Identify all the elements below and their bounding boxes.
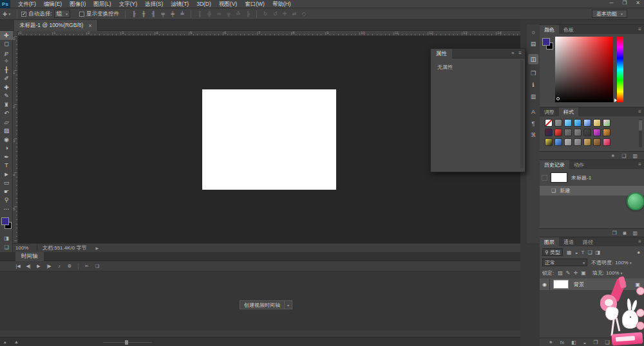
layer-visibility-eye-icon[interactable]: ◉ [540, 278, 550, 290]
style-swatch[interactable] [583, 138, 591, 146]
menu-item[interactable]: 视图(V) [215, 0, 241, 8]
panel-tab[interactable]: 图层 [540, 237, 559, 246]
scrollbar-thumb[interactable] [639, 120, 642, 131]
character-panel-icon[interactable]: A [528, 107, 538, 117]
menu-item[interactable]: 文字(Y) [115, 0, 141, 8]
ruler-origin-corner[interactable] [13, 31, 18, 36]
zoom-out-frames-icon[interactable]: ▴ [4, 340, 6, 345]
panel-tab[interactable]: 颜色 [540, 25, 559, 34]
3d-mode-icon[interactable]: ↻ [262, 11, 269, 17]
link-style-icon[interactable]: ⚭ [611, 153, 616, 159]
chevron-down-icon[interactable]: ▾ [620, 271, 622, 275]
new-snapshot-icon[interactable]: ◙ [623, 230, 627, 236]
delete-state-icon[interactable]: ▥ [632, 230, 638, 236]
quick-selection-tool[interactable]: ✧ [0, 57, 13, 66]
foreground-color-swatch[interactable] [542, 38, 550, 46]
distribute-icon[interactable]: ╦ [225, 11, 232, 17]
blend-mode-dropdown[interactable]: 正常 ▾ [542, 259, 587, 266]
style-swatch[interactable] [574, 119, 582, 127]
gradient-tool[interactable]: ▨ [0, 127, 13, 136]
style-swatch[interactable] [545, 119, 553, 127]
style-swatch[interactable] [593, 119, 601, 127]
layer-filter-icon[interactable]: ▦ [567, 250, 572, 255]
glyphs-panel-icon[interactable]: ℜ [528, 130, 538, 140]
vertical-ruler[interactable]: 012345 [13, 36, 18, 243]
timeline-transport-icon[interactable]: ♪ [54, 264, 64, 268]
hand-tool[interactable]: ☛ [0, 187, 13, 196]
chevron-down-icon[interactable]: ▾ [285, 300, 292, 309]
distribute-icon[interactable]: ╠ [245, 11, 251, 17]
horizontal-ruler[interactable]: 01234567891011121314 [18, 31, 520, 36]
properties-panel-icon[interactable]: ◫ [528, 54, 538, 64]
delete-style-icon[interactable]: ▥ [632, 153, 638, 159]
close-button[interactable]: ✕ [636, 0, 640, 6]
style-swatch[interactable] [564, 119, 572, 127]
align-icon[interactable]: ╧ [179, 11, 185, 17]
timeline-tool-icon[interactable]: ❏ [92, 264, 102, 269]
style-swatch[interactable] [554, 138, 562, 146]
style-swatch[interactable] [564, 138, 572, 146]
history-brush-tool[interactable]: ↶ [0, 109, 13, 118]
layer-mask-icon[interactable]: ◧ [571, 340, 576, 345]
quick-mask-button[interactable]: ◨ [0, 234, 13, 242]
path-selection-tool[interactable]: ► [0, 170, 13, 179]
adjustment-layer-icon[interactable]: ◒ [583, 340, 587, 345]
menu-item[interactable]: 帮助(H) [269, 0, 295, 8]
panel-menu-icon[interactable]: ≡ [638, 161, 641, 167]
timeline-zoom-slider[interactable] [103, 342, 152, 343]
rectangle-tool[interactable]: ▭ [0, 179, 13, 188]
timeline-transport-icon[interactable]: |◀ [13, 264, 23, 269]
style-swatch[interactable] [574, 129, 582, 136]
dodge-tool[interactable]: ◑ [0, 144, 13, 153]
style-swatch[interactable] [554, 119, 562, 127]
style-swatch[interactable] [545, 138, 553, 146]
align-icon[interactable]: ╢ [150, 11, 156, 17]
3d-mode-icon[interactable]: ↺ [272, 11, 278, 17]
scrollbar[interactable] [639, 119, 642, 147]
style-swatch[interactable] [603, 129, 611, 136]
panel-tab[interactable]: 样式 [559, 107, 578, 116]
fill-value[interactable]: 100% [606, 270, 619, 276]
style-swatch[interactable] [603, 138, 611, 146]
layer-filter-icon[interactable]: ◒ [575, 250, 578, 255]
history-snapshot-row[interactable]: 未标题-1 [540, 172, 644, 183]
distribute-icon[interactable]: ║ [196, 11, 203, 17]
style-swatch[interactable] [593, 138, 601, 146]
layer-thumbnail[interactable] [553, 280, 569, 289]
timeline-tool-icon[interactable]: ✂ [82, 264, 92, 269]
shapes-panel-icon[interactable]: ❒ [528, 68, 538, 78]
link-layers-icon[interactable]: ⚭ [549, 340, 553, 345]
panel-menu-icon[interactable]: ≡ [638, 239, 641, 244]
restore-button[interactable]: ❐ [622, 0, 627, 6]
menu-item[interactable]: 编辑(E) [40, 0, 66, 8]
3d-mode-icon[interactable]: ◇ [301, 11, 307, 17]
panel-tab[interactable]: 调整 [540, 107, 559, 116]
panel-tab[interactable]: 通道 [559, 237, 578, 246]
menu-item[interactable]: 窗口(W) [241, 0, 269, 8]
3d-mode-icon[interactable]: ✛ [281, 11, 288, 17]
menu-item[interactable]: 滤镜(T) [167, 0, 193, 8]
show-transform-checkbox[interactable] [79, 12, 84, 17]
status-options-arrow-icon[interactable]: ▶ [95, 246, 99, 250]
info-panel-icon[interactable]: ℹ [528, 80, 538, 90]
workspace-switcher-button[interactable]: 基本功能 ▾ [592, 10, 627, 18]
align-icon[interactable]: ╤ [160, 11, 166, 17]
menu-item[interactable]: 图像(I) [66, 0, 90, 8]
history-brush-source-well[interactable] [542, 188, 547, 194]
new-doc-from-state-icon[interactable]: ❐ [612, 230, 616, 236]
clone-stamp-tool[interactable]: ♜ [0, 100, 13, 109]
panel-menu-icon[interactable]: ≡ [638, 109, 641, 114]
crop-tool[interactable]: ╂ [0, 66, 13, 75]
style-swatch[interactable] [554, 129, 562, 136]
filter-kind-dropdown[interactable]: ⚲ 类型 [542, 248, 563, 256]
auto-select-dropdown[interactable]: 组 ▾ [54, 10, 71, 18]
panel-tab[interactable]: 色板 [559, 25, 578, 34]
tab-properties[interactable]: 属性 [431, 49, 452, 59]
menu-item[interactable]: 选择(S) [141, 0, 167, 8]
create-video-timeline-button[interactable]: 创建视频时间轴 ▾ [240, 300, 292, 309]
slider-handle[interactable] [125, 340, 128, 345]
new-style-icon[interactable]: ❏ [621, 153, 626, 159]
pen-tool[interactable]: ✒ [0, 152, 13, 161]
zoom-tool[interactable]: ⚲ [0, 196, 13, 205]
panel-tab[interactable]: 路径 [578, 237, 598, 246]
